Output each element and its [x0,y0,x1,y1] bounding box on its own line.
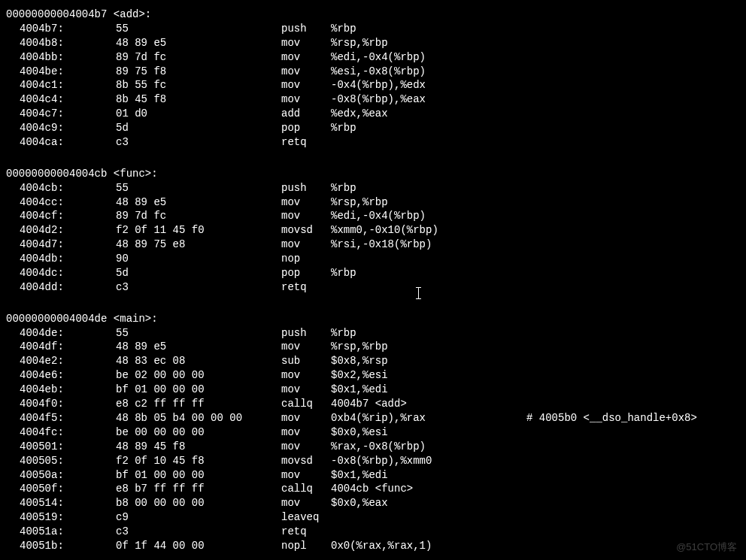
operands: %rbp [331,326,526,341]
mnemonic: mov [281,496,331,510]
comment [526,280,740,295]
mnemonic: leaveq [281,510,331,525]
mnemonic: mov [281,65,331,79]
disasm-row: 4004de:55push%rbp [6,326,740,341]
address: 4004bb: [6,50,84,65]
address: 4004cb: [6,181,84,195]
hex-bytes: bf 01 00 00 00 [84,468,281,483]
address: 4004c9: [6,121,84,135]
hex-bytes: 8b 55 fc [84,78,281,92]
disasm-row: 4004f0:e8 c2 ff ff ffcallq4004b7 <add> [6,397,740,411]
hex-bytes: f2 0f 11 45 f0 [84,223,281,238]
disasm-row: 400519:c9leaveq [6,510,740,525]
hex-bytes: 48 89 e5 [84,195,281,210]
comment [526,468,740,483]
operands: $0x8,%rsp [331,354,526,368]
mnemonic: mov [281,383,331,397]
mnemonic: retq [281,525,331,539]
address: 4004dd: [6,280,84,295]
address: 4004c4: [6,92,84,107]
hex-bytes: c3 [84,135,281,150]
disasm-row: 4004cc:48 89 e5mov%rsp,%rbp [6,195,740,210]
disasm-row: 40051b:0f 1f 44 00 00nopl0x0(%rax,%rax,1… [6,539,740,553]
function-header: 00000000004004de <main>: [6,312,740,326]
hex-bytes: 89 7d fc [84,209,281,223]
disasm-row: 4004fc:be 00 00 00 00mov$0x0,%esi [6,425,740,440]
comment [526,397,740,411]
hex-bytes: 5d [84,121,281,135]
comment [526,252,740,266]
mnemonic: movsd [281,454,331,468]
hex-bytes: 55 [84,22,281,36]
operands: -0x8(%rbp),%eax [331,92,526,107]
address: 40050a: [6,468,84,483]
hex-bytes: 89 75 f8 [84,65,281,79]
disasm-row: 4004ca:c3retq [6,135,740,150]
mnemonic: mov [281,368,331,383]
function-header: 00000000004004cb <func>: [6,167,740,181]
hex-bytes: c3 [84,525,281,539]
hex-bytes: 55 [84,326,281,341]
disasm-row: 4004dd:c3retq [6,280,740,295]
disasm-row: 4004c4:8b 45 f8mov-0x8(%rbp),%eax [6,92,740,107]
hex-bytes: e8 c2 ff ff ff [84,397,281,411]
address: 4004f0: [6,397,84,411]
disasm-row: 4004df:48 89 e5mov%rsp,%rbp [6,340,740,354]
hex-bytes: 48 89 e5 [84,36,281,50]
address: 4004f5: [6,411,84,425]
hex-bytes: e8 b7 ff ff ff [84,482,281,496]
hex-bytes: 90 [84,252,281,266]
hex-bytes: 48 83 ec 08 [84,354,281,368]
mnemonic: mov [281,411,331,425]
address: 4004df: [6,340,84,354]
operands: %rsp,%rbp [331,36,526,50]
address: 4004b8: [6,36,84,50]
hex-bytes: 89 7d fc [84,50,281,65]
operands: 0xb4(%rip),%rax [331,411,526,425]
operands: $0x1,%edi [331,383,526,397]
address: 4004db: [6,252,84,266]
mnemonic: mov [281,468,331,483]
comment [526,425,740,440]
address: 4004ca: [6,135,84,150]
blank-line [6,150,740,164]
operands: -0x8(%rbp),%xmm0 [331,454,526,468]
operands: $0x1,%edi [331,468,526,483]
operands [331,525,526,539]
disasm-row: 4004b7:55push%rbp [6,22,740,36]
operands: %rbp [331,22,526,36]
hex-bytes: 55 [84,181,281,195]
address: 4004c1: [6,78,84,92]
mnemonic: retq [281,135,331,150]
comment [526,22,740,36]
operands: %esi,-0x8(%rbp) [331,65,526,79]
disasm-row: 40050f:e8 b7 ff ff ffcallq4004cb <func> [6,482,740,496]
address: 4004d2: [6,223,84,238]
operands [331,280,526,295]
disassembly-output[interactable]: 00000000004004b7 <add>:4004b7:55push%rbp… [0,0,746,559]
operands: %rax,-0x8(%rbp) [331,440,526,454]
comment [526,209,740,223]
comment [526,121,740,135]
operands [331,510,526,525]
disasm-row: 4004e6:be 02 00 00 00mov$0x2,%esi [6,368,740,383]
mnemonic: push [281,181,331,195]
disasm-row: 4004f5:48 8b 05 b4 00 00 00mov0xb4(%rip)… [6,411,740,425]
address: 4004e6: [6,368,84,383]
operands: %edi,-0x4(%rbp) [331,209,526,223]
comment [526,78,740,92]
operands [331,252,526,266]
hex-bytes: c3 [84,280,281,295]
disasm-row: 4004d7:48 89 75 e8mov%rsi,-0x18(%rbp) [6,238,740,252]
mnemonic: pop [281,121,331,135]
mnemonic: push [281,22,331,36]
hex-bytes: 48 89 75 e8 [84,238,281,252]
disasm-row: 4004c7:01 d0add%edx,%eax [6,107,740,121]
operands: %rbp [331,266,526,280]
operands: %rbp [331,121,526,135]
mnemonic: mov [281,92,331,107]
comment [526,36,740,50]
disasm-row: 40051a:c3retq [6,525,740,539]
comment [526,107,740,121]
address: 4004cc: [6,195,84,210]
